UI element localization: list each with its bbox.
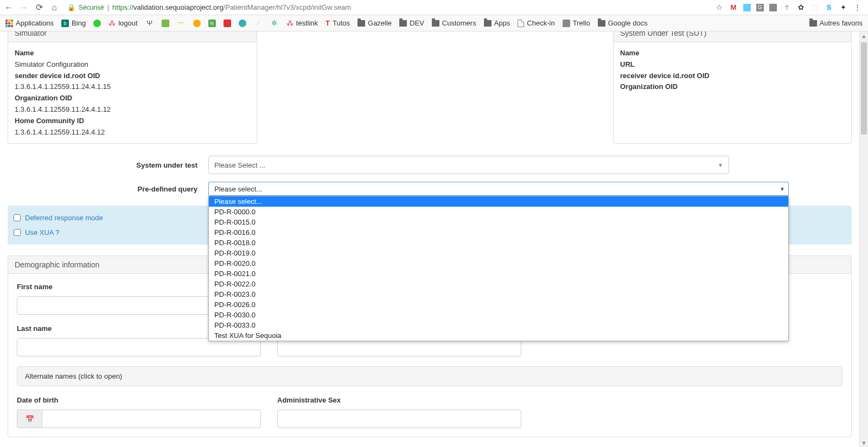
bm-other[interactable]: Autres favoris — [809, 19, 863, 27]
predefined-query-select[interactable]: Please select... ▼ — [208, 182, 789, 196]
predef-option[interactable]: PD-R-0016.0 — [209, 227, 788, 238]
predef-selected-value: Please select... — [214, 185, 262, 193]
scroll-up-arrow[interactable]: ▲ — [860, 31, 868, 40]
ext-icon-5[interactable]: ✦ — [839, 3, 847, 12]
xua-label[interactable]: Use XUA ? — [25, 228, 60, 237]
sut-title: System Under Test (SUT) — [614, 31, 851, 42]
chevron-down-icon: ▼ — [780, 186, 785, 192]
predef-option[interactable]: PD-R-0030.0 — [209, 310, 788, 320]
home-button[interactable]: ⌂ — [49, 2, 60, 13]
simulator-panel: Simulator Name Simulator Configuration s… — [8, 31, 257, 144]
ext-icon-g[interactable]: G — [756, 4, 764, 11]
scroll-thumb[interactable] — [861, 42, 867, 135]
sut-panel: System Under Test (SUT) Name URL receive… — [613, 31, 852, 144]
secure-label: Sécurisé — [79, 4, 104, 11]
skype-icon[interactable]: S — [825, 3, 833, 12]
bm-icon-8[interactable]: ⟋ — [254, 19, 263, 28]
bm-googledocs[interactable]: Google docs — [598, 19, 648, 27]
reload-button[interactable]: ⟳ — [34, 2, 44, 13]
sim-home-value: 1.3.6.1.4.1.12559.11.24.4.12 — [15, 127, 250, 138]
page-icon — [518, 20, 524, 27]
predef-option[interactable]: PD-R-0023.0 — [209, 289, 788, 299]
bm-customers[interactable]: Customers — [432, 19, 476, 27]
sut-select-value: Please Select ... — [214, 161, 265, 169]
sut-url-label: URL — [620, 59, 845, 71]
bookmarks-bar: Applications bBing ⁂logout Ψ 〰 N ⟋ ✲ ⁂te… — [0, 15, 868, 31]
sim-sender-value: 1.3.6.1.4.1.12559.11.24.4.1.15 — [15, 81, 250, 93]
predef-option[interactable]: PD-R-0020.0 — [209, 258, 788, 269]
folder-icon — [598, 20, 605, 27]
bm-checkin[interactable]: Check-in — [518, 19, 554, 27]
gmail-icon[interactable]: M — [729, 3, 738, 12]
bm-icon-6[interactable] — [224, 20, 231, 27]
chevron-down-icon: ▼ — [718, 162, 723, 168]
star-icon[interactable]: ☆ — [715, 3, 724, 12]
ext-icon-2[interactable] — [769, 4, 777, 11]
folder-icon — [809, 20, 817, 27]
predef-option[interactable]: PD-R-0018.0 — [209, 238, 788, 248]
xua-checkbox[interactable] — [14, 229, 21, 236]
bm-icon-9[interactable]: ✲ — [270, 19, 279, 28]
bm-icon-3[interactable] — [162, 20, 169, 27]
folder-icon — [432, 20, 439, 27]
bm-icon-7[interactable] — [239, 20, 246, 27]
predef-option[interactable]: Please select... — [209, 196, 788, 207]
forward-button[interactable]: → — [18, 2, 29, 13]
sut-name-label: Name — [620, 48, 845, 59]
bm-icon-5[interactable] — [193, 20, 201, 27]
apps-icon — [5, 20, 13, 27]
predef-option[interactable]: PD-R-0019.0 — [209, 248, 788, 258]
page-content: Simulator Name Simulator Configuration s… — [0, 31, 859, 447]
bm-icon-4[interactable]: 〰 — [177, 19, 186, 28]
bm-dev[interactable]: DEV — [399, 19, 424, 27]
calendar-icon[interactable]: 📅 — [17, 410, 42, 428]
alternate-names-toggle[interactable]: Alternate names (click to open) — [17, 366, 843, 386]
deferred-checkbox[interactable] — [14, 214, 21, 221]
bm-trello[interactable]: Trello — [563, 19, 590, 27]
bm-bing[interactable]: bBing — [61, 19, 86, 27]
back-button[interactable]: ← — [3, 2, 14, 13]
sim-org-label: Organization OID — [15, 93, 250, 104]
sut-select[interactable]: Please Select ... ▼ — [208, 156, 729, 174]
menu-icon[interactable]: ⋮ — [853, 3, 861, 12]
scroll-down-arrow[interactable]: ▼ — [860, 438, 868, 447]
bm-testlink[interactable]: ⁂testlink — [286, 19, 318, 27]
sut-select-label: System under test — [8, 161, 208, 169]
predefined-query-dropdown: Please select...PD-R-0000.0PD-R-0015.0PD… — [208, 196, 789, 341]
vertical-scrollbar[interactable]: ▲ ▼ — [859, 31, 868, 447]
bm-icon-2[interactable]: Ψ — [145, 19, 154, 28]
bm-icon-n[interactable]: N — [208, 20, 216, 27]
sex-label: Administrative Sex — [277, 396, 521, 404]
address-bar[interactable]: 🔒 Sécurisé | https://validation.sequoiap… — [64, 3, 711, 11]
deferred-label[interactable]: Deferred response mode — [25, 214, 103, 222]
predef-option[interactable]: Test XUA for Sequoia — [209, 330, 788, 341]
bm-icon-1[interactable] — [93, 20, 101, 27]
predef-option[interactable]: PD-R-0022.0 — [209, 279, 788, 289]
ext-icon-3[interactable]: ✝ — [782, 3, 791, 12]
predef-option[interactable]: PD-R-0015.0 — [209, 217, 788, 227]
apps-button[interactable]: Applications — [5, 19, 54, 27]
sex-input[interactable] — [277, 410, 521, 428]
bm-tutos[interactable]: TTutos — [326, 19, 350, 27]
folder-icon — [358, 20, 365, 27]
ext-icon-4[interactable]: ⬚ — [810, 3, 819, 12]
folder-icon — [399, 20, 407, 27]
predef-option[interactable]: PD-R-0033.0 — [209, 320, 788, 330]
sim-org-value: 1.3.6.1.4.1.12559.11.24.4.1.12 — [15, 104, 250, 116]
bm-logout[interactable]: ⁂logout — [108, 19, 137, 27]
simulator-title: Simulator — [8, 31, 257, 42]
sut-receiver-label: receiver device id.root OID — [620, 71, 845, 82]
bm-gazelle[interactable]: Gazelle — [358, 19, 392, 27]
predef-option[interactable]: PD-R-0000.0 — [209, 207, 788, 217]
sut-org-label: Organization OID — [620, 81, 845, 93]
sim-name-label: Name — [15, 48, 250, 59]
dob-input[interactable] — [42, 410, 261, 428]
predef-option[interactable]: PD-R-0026.0 — [209, 299, 788, 310]
ext-icon-1[interactable] — [743, 4, 751, 11]
settings-icon[interactable]: ✿ — [796, 3, 805, 12]
folder-icon — [484, 20, 492, 27]
predef-option[interactable]: PD-R-0021.0 — [209, 269, 788, 279]
bm-apps[interactable]: Apps — [484, 19, 510, 27]
predef-label: Pre-defined query — [8, 185, 208, 193]
toolbar-right-icons: ☆ M G ✝ ✿ ⬚ S ✦ ⋮ — [715, 3, 865, 12]
